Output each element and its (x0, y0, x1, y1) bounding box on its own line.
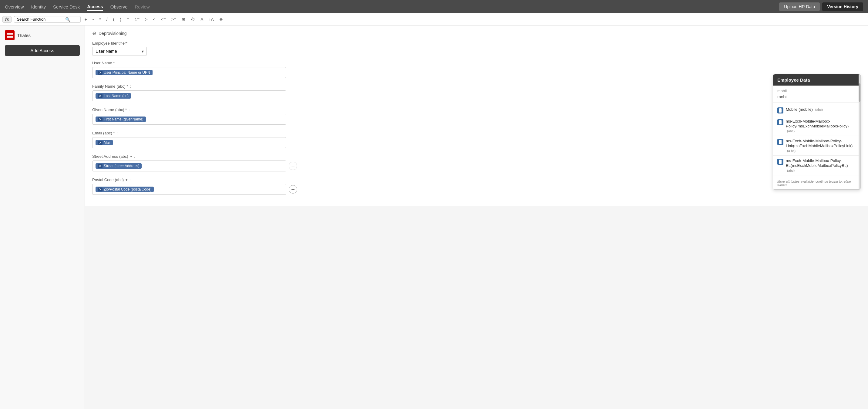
remove-street-address-button[interactable]: − (289, 162, 297, 170)
field-input-user-name[interactable]: ✕ User Principal Name or UPN (92, 67, 286, 78)
op-open-paren[interactable]: ( (112, 17, 116, 23)
op-greater[interactable]: > (144, 17, 149, 23)
formula-search-input[interactable] (17, 17, 65, 22)
field-group-family-name: Family Name (abc) * : ✕ Last Name (sn) (92, 84, 861, 101)
nav-overview[interactable]: Overview (5, 3, 24, 10)
token-street-address[interactable]: ✕ Street (streetAddress) (96, 163, 142, 169)
svg-rect-1 (7, 36, 13, 38)
panel-item-content-exchange-policy-bl: ms-Exch-Mobile-Mailbox-Policy-BL(msExchM… (786, 158, 856, 173)
op-minus[interactable]: - (91, 17, 95, 23)
token-label-email: Mail (104, 141, 111, 145)
field-row-email: ✕ Mail (92, 137, 861, 148)
colon-street-address: : (134, 154, 135, 159)
panel-item-icon-mobile (777, 108, 783, 114)
svg-rect-3 (780, 112, 781, 112)
street-address-dropdown-arrow[interactable]: ▾ (130, 154, 132, 159)
panel-search-section: mobil (773, 86, 860, 103)
op-close-paren[interactable]: ) (119, 17, 123, 23)
postal-code-dropdown-arrow[interactable]: ▾ (126, 177, 128, 182)
panel-items-list: Mobile (mobile) (abc) ms-Exch-Mobile-Mai… (773, 103, 860, 177)
token-x-family-name[interactable]: ✕ (98, 94, 102, 98)
field-row-postal-code: ✕ Zip/Postal Code (postalCode) − (92, 184, 861, 195)
version-history-button[interactable]: Version History (822, 2, 863, 11)
op-divide[interactable]: / (105, 17, 109, 23)
field-input-given-name[interactable]: ✕ First Name (givenName) (92, 114, 286, 125)
op-less[interactable]: < (152, 17, 156, 23)
panel-item-type-exchange-policy: (abc) (787, 129, 795, 133)
panel-item-content-exchange-policy-link: ms-Exch-Mobile-Mailbox-Policy-Link(msExc… (786, 138, 856, 153)
token-x-given-name[interactable]: ✕ (98, 117, 102, 121)
token-x-street-address[interactable]: ✕ (98, 164, 102, 168)
formula-bar: fx 🔍 + - * / ( ) = 1= > < <= >= ⊞ ⏱ A ↑A… (0, 13, 868, 26)
field-label-family-name: Family Name (abc) * : (92, 84, 861, 89)
token-given-name[interactable]: ✕ First Name (givenName) (96, 117, 146, 122)
svg-rect-5 (779, 140, 781, 144)
op-circle-plus[interactable]: ⊕ (218, 17, 224, 23)
deprovisioning-row: ⊖ Deprovisioning (92, 30, 861, 36)
fx-button[interactable]: fx (2, 16, 11, 23)
sidebar-header: Thales ⋮ (5, 30, 80, 40)
nav-service-desk[interactable]: Service Desk (53, 3, 80, 10)
panel-item-type-exchange-policy-bl: (abc) (787, 169, 795, 172)
nav-items: Overview Identity Service Desk Access Ob… (5, 3, 150, 11)
field-input-family-name[interactable]: ✕ Last Name (sn) (92, 90, 286, 101)
op-text[interactable]: A (199, 17, 205, 23)
op-clock[interactable]: ⏱ (190, 17, 196, 23)
token-postal-code[interactable]: ✕ Zip/Postal Code (postalCode) (96, 186, 154, 192)
token-label-given-name: First Name (givenName) (104, 117, 144, 121)
op-less-equals[interactable]: <= (160, 17, 167, 23)
op-greater-equals[interactable]: >= (170, 17, 178, 23)
token-x-user-name[interactable]: ✕ (98, 71, 102, 75)
nav-access[interactable]: Access (87, 3, 103, 11)
main-content: ⊖ Deprovisioning Employee Identifier* Us… (85, 26, 868, 206)
nav-identity[interactable]: Identity (31, 3, 46, 10)
op-equals[interactable]: = (126, 17, 130, 23)
panel-scrollbar (859, 74, 860, 189)
svg-rect-6 (779, 159, 781, 164)
op-not-equals[interactable]: 1= (133, 17, 141, 23)
svg-rect-4 (779, 120, 781, 124)
employee-identifier-section: Employee Identifier* User Name Email Emp… (92, 41, 861, 56)
employee-identifier-label: Employee Identifier* (92, 41, 861, 46)
panel-item-name-exchange-policy: ms-Exch-Mobile-Mailbox-Policy(msExchMobi… (786, 119, 848, 128)
upload-hr-data-button[interactable]: Upload HR Data (779, 2, 820, 11)
panel-item-exchange-policy[interactable]: ms-Exch-Mobile-Mailbox-Policy(msExchMobi… (773, 116, 860, 136)
field-input-email[interactable]: ✕ Mail (92, 137, 286, 148)
nav-review: Review (135, 3, 150, 10)
panel-search-input[interactable] (777, 89, 856, 93)
token-x-email[interactable]: ✕ (98, 141, 102, 145)
add-access-button[interactable]: Add Access (5, 45, 80, 56)
deprovisioning-icon: ⊖ (92, 30, 96, 36)
sidebar-menu-button[interactable]: ⋮ (74, 32, 80, 38)
colon-family-name: : (130, 84, 131, 89)
panel-item-name-exchange-policy-bl: ms-Exch-Mobile-Mailbox-Policy-BL(msExchM… (786, 158, 848, 168)
panel-search-value: mobil (777, 94, 856, 99)
field-input-postal-code[interactable]: ✕ Zip/Postal Code (postalCode) (92, 184, 286, 195)
token-x-postal-code[interactable]: ✕ (98, 187, 102, 192)
panel-item-exchange-policy-link[interactable]: ms-Exch-Mobile-Mailbox-Policy-Link(msExc… (773, 136, 860, 156)
panel-item-type-exchange-policy-link: (a bc) (787, 149, 796, 153)
field-label-email: Email (abc) * : (92, 131, 861, 135)
op-multiply[interactable]: * (98, 17, 102, 23)
panel-item-exchange-policy-bl[interactable]: ms-Exch-Mobile-Mailbox-Policy-BL(msExchM… (773, 156, 860, 175)
op-text-arrow[interactable]: ↑A (208, 17, 215, 23)
nav-actions: Upload HR Data Version History (779, 2, 863, 11)
panel-item-icon-exchange-policy-link (777, 139, 783, 145)
token-family-name[interactable]: ✕ Last Name (sn) (96, 93, 131, 98)
panel-item-icon-exchange-policy (777, 119, 783, 125)
op-plus[interactable]: + (83, 17, 88, 23)
token-email[interactable]: ✕ Mail (96, 140, 113, 145)
top-nav: Overview Identity Service Desk Access Ob… (0, 0, 868, 13)
remove-postal-code-button[interactable]: − (289, 185, 297, 194)
panel-item-icon-exchange-policy-bl (777, 159, 783, 165)
token-user-name[interactable]: ✕ User Principal Name or UPN (96, 70, 153, 75)
employee-identifier-select[interactable]: User Name Email Employee ID (92, 47, 147, 56)
panel-item-name-mobile: Mobile (mobile) (786, 107, 813, 112)
panel-item-mobile[interactable]: Mobile (mobile) (abc) (773, 105, 860, 116)
nav-observe[interactable]: Observe (111, 3, 128, 10)
op-grid[interactable]: ⊞ (181, 17, 187, 23)
panel-item-type-mobile: (abc) (815, 108, 823, 111)
panel-more-text: More attributes available, continue typi… (773, 177, 860, 189)
field-input-street-address[interactable]: ✕ Street (streetAddress) (92, 160, 286, 171)
panel-item-name-exchange-policy-link: ms-Exch-Mobile-Mailbox-Policy-Link(msExc… (786, 139, 852, 148)
